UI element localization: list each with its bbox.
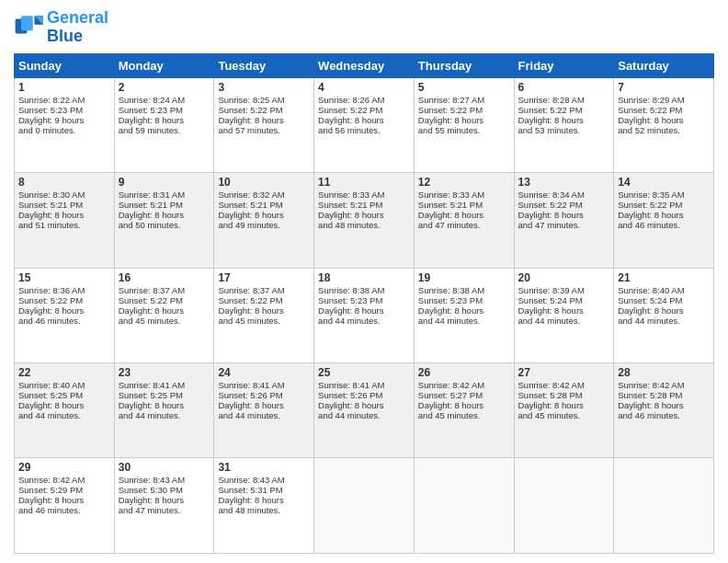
- day-info: Daylight: 8 hours: [218, 305, 310, 316]
- day-info: and 45 minutes.: [119, 316, 210, 326]
- day-info: and 48 minutes.: [218, 505, 310, 515]
- calendar-cell: 13Sunrise: 8:34 AMSunset: 5:22 PMDayligh…: [514, 173, 614, 268]
- day-info: Sunset: 5:22 PM: [218, 105, 310, 115]
- day-number: 17: [218, 271, 310, 284]
- calendar-cell: 5Sunrise: 8:27 AMSunset: 5:22 PMDaylight…: [414, 77, 514, 172]
- calendar-cell: 19Sunrise: 8:38 AMSunset: 5:23 PMDayligh…: [414, 268, 514, 362]
- day-info: Daylight: 8 hours: [418, 115, 510, 125]
- day-info: Daylight: 8 hours: [119, 400, 210, 410]
- day-info: Sunrise: 8:26 AM: [318, 95, 410, 105]
- calendar-cell: 29Sunrise: 8:42 AMSunset: 5:29 PMDayligh…: [15, 458, 115, 554]
- day-info: Sunset: 5:21 PM: [218, 200, 310, 210]
- day-info: Sunset: 5:31 PM: [218, 485, 310, 495]
- day-info: and 49 minutes.: [218, 220, 310, 230]
- day-info: Daylight: 8 hours: [318, 400, 410, 410]
- day-info: Sunset: 5:28 PM: [618, 390, 710, 400]
- day-info: Daylight: 8 hours: [119, 305, 210, 316]
- calendar-cell: 2Sunrise: 8:24 AMSunset: 5:23 PMDaylight…: [114, 77, 214, 172]
- calendar-cell: 22Sunrise: 8:40 AMSunset: 5:25 PMDayligh…: [15, 363, 115, 458]
- day-info: Sunrise: 8:27 AM: [418, 95, 510, 105]
- day-info: Sunrise: 8:22 AM: [18, 95, 110, 105]
- day-info: Sunset: 5:22 PM: [18, 295, 110, 305]
- day-info: Sunrise: 8:40 AM: [18, 380, 110, 390]
- day-info: and 53 minutes.: [518, 125, 610, 135]
- day-info: Sunset: 5:23 PM: [318, 295, 410, 305]
- day-info: Sunrise: 8:43 AM: [119, 475, 210, 485]
- day-number: 16: [119, 271, 210, 284]
- day-info: Sunset: 5:22 PM: [318, 105, 410, 115]
- calendar-cell: 25Sunrise: 8:41 AMSunset: 5:26 PMDayligh…: [314, 363, 415, 458]
- day-info: Daylight: 8 hours: [618, 210, 710, 220]
- calendar-cell: 17Sunrise: 8:37 AMSunset: 5:22 PMDayligh…: [214, 268, 314, 362]
- calendar-week: 22Sunrise: 8:40 AMSunset: 5:25 PMDayligh…: [15, 363, 714, 458]
- day-header: Wednesday: [314, 53, 415, 77]
- calendar-cell: 4Sunrise: 8:26 AMSunset: 5:22 PMDaylight…: [314, 77, 415, 172]
- day-info: Sunrise: 8:42 AM: [518, 380, 610, 390]
- day-info: Sunset: 5:21 PM: [318, 200, 410, 210]
- day-info: Sunset: 5:22 PM: [618, 200, 710, 210]
- calendar-cell: 6Sunrise: 8:28 AMSunset: 5:22 PMDaylight…: [514, 77, 614, 172]
- calendar-cell: 1Sunrise: 8:22 AMSunset: 5:23 PMDaylight…: [15, 77, 115, 172]
- day-number: 25: [318, 366, 410, 379]
- day-info: and 44 minutes.: [318, 410, 410, 420]
- day-info: Sunset: 5:21 PM: [119, 200, 210, 210]
- day-number: 26: [418, 366, 510, 379]
- day-info: Sunset: 5:28 PM: [518, 390, 610, 400]
- day-info: Daylight: 8 hours: [418, 400, 510, 410]
- day-info: Sunrise: 8:42 AM: [618, 380, 710, 390]
- calendar-cell: 11Sunrise: 8:33 AMSunset: 5:21 PMDayligh…: [314, 173, 415, 268]
- day-info: Sunset: 5:26 PM: [318, 390, 410, 400]
- day-info: Sunset: 5:22 PM: [518, 200, 610, 210]
- day-info: and 57 minutes.: [218, 125, 310, 135]
- logo-icon: [14, 13, 43, 42]
- day-info: Sunrise: 8:41 AM: [119, 380, 210, 390]
- day-info: and 56 minutes.: [318, 125, 410, 135]
- day-info: Daylight: 8 hours: [618, 305, 710, 316]
- day-info: Sunrise: 8:41 AM: [218, 380, 310, 390]
- day-number: 20: [518, 271, 610, 284]
- calendar-cell: 8Sunrise: 8:30 AMSunset: 5:21 PMDaylight…: [15, 173, 115, 268]
- day-info: Daylight: 8 hours: [318, 210, 410, 220]
- day-info: Daylight: 8 hours: [18, 210, 110, 220]
- day-info: Daylight: 8 hours: [418, 305, 510, 316]
- day-info: Daylight: 8 hours: [518, 115, 610, 125]
- day-header: Sunday: [15, 53, 115, 77]
- day-info: and 44 minutes.: [318, 316, 410, 326]
- day-info: Daylight: 8 hours: [18, 305, 110, 316]
- day-info: and 45 minutes.: [518, 410, 610, 420]
- calendar-cell: 9Sunrise: 8:31 AMSunset: 5:21 PMDaylight…: [114, 173, 214, 268]
- calendar-week: 1Sunrise: 8:22 AMSunset: 5:23 PMDaylight…: [15, 77, 714, 172]
- day-info: Daylight: 9 hours: [18, 115, 110, 125]
- day-info: and 45 minutes.: [418, 410, 510, 420]
- day-info: Sunrise: 8:35 AM: [618, 190, 710, 200]
- day-number: 22: [18, 366, 110, 379]
- calendar-cell: 18Sunrise: 8:38 AMSunset: 5:23 PMDayligh…: [314, 268, 415, 362]
- calendar-cell: 27Sunrise: 8:42 AMSunset: 5:28 PMDayligh…: [514, 363, 614, 458]
- day-info: and 48 minutes.: [318, 220, 410, 230]
- calendar-cell: 20Sunrise: 8:39 AMSunset: 5:24 PMDayligh…: [514, 268, 614, 362]
- calendar-cell: 24Sunrise: 8:41 AMSunset: 5:26 PMDayligh…: [214, 363, 314, 458]
- day-header: Tuesday: [214, 53, 314, 77]
- day-number: 13: [518, 176, 610, 189]
- day-info: and 45 minutes.: [218, 316, 310, 326]
- day-info: and 0 minutes.: [18, 125, 110, 135]
- day-info: Daylight: 8 hours: [119, 210, 210, 220]
- day-number: 8: [18, 176, 110, 189]
- day-info: Sunrise: 8:39 AM: [518, 285, 610, 295]
- day-number: 28: [618, 366, 710, 379]
- calendar-cell: [414, 458, 514, 554]
- day-number: 30: [119, 461, 210, 474]
- day-info: and 50 minutes.: [119, 220, 210, 230]
- day-info: and 47 minutes.: [518, 220, 610, 230]
- day-number: 18: [318, 271, 410, 284]
- day-info: and 44 minutes.: [618, 316, 710, 326]
- day-number: 6: [518, 81, 610, 94]
- svg-rect-1: [21, 16, 33, 30]
- day-info: Sunrise: 8:36 AM: [18, 285, 110, 295]
- calendar-cell: 10Sunrise: 8:32 AMSunset: 5:21 PMDayligh…: [214, 173, 314, 268]
- day-info: Daylight: 8 hours: [318, 115, 410, 125]
- day-info: Sunset: 5:25 PM: [119, 390, 210, 400]
- day-info: Sunset: 5:23 PM: [418, 295, 510, 305]
- day-number: 7: [618, 81, 710, 94]
- day-info: Daylight: 8 hours: [218, 210, 310, 220]
